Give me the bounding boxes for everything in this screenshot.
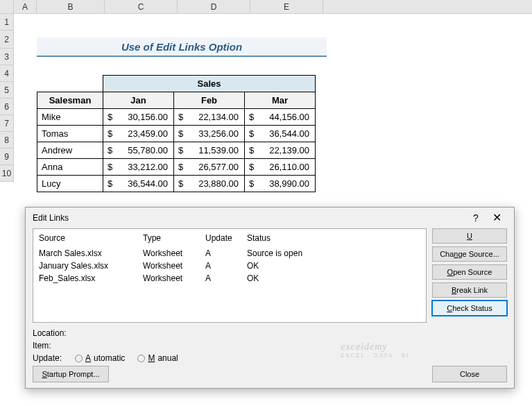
- row-header-8[interactable]: 8: [0, 132, 13, 149]
- update-values-button[interactable]: U: [432, 228, 507, 244]
- row-header-6[interactable]: 6: [0, 99, 13, 115]
- money-cell: $23,459.00: [103, 126, 174, 142]
- header-source[interactable]: Source: [39, 233, 143, 243]
- edit-links-dialog: Edit Links ? ✕ Source Type Update Status…: [25, 207, 515, 389]
- startup-prompt-button[interactable]: Startup Prompt...: [33, 366, 109, 382]
- row-headers: 1 2 3 4 5 6 7 8 9 10: [0, 14, 14, 182]
- list-item[interactable]: Feb_Sales.xlsx Worksheet A OK: [33, 272, 426, 285]
- money-cell: $11,539.00: [174, 142, 245, 159]
- row-header-5[interactable]: 5: [0, 82, 13, 99]
- change-source-button[interactable]: Change Source...: [432, 246, 507, 262]
- table-row: Tomas $23,459.00 $33,256.00 $36,544.00: [37, 126, 316, 142]
- row-header-3[interactable]: 3: [0, 49, 13, 65]
- dialog-button-stack: U Change Source... Open Source Break Lin…: [432, 228, 507, 323]
- money-cell: $36,544.00: [245, 126, 316, 142]
- watermark: exceldemy EXCEL · DATA · BI: [341, 341, 410, 359]
- col-header-b[interactable]: B: [37, 0, 105, 13]
- table-row: Andrew $55,780.00 $11,539.00 $22,139.00: [37, 142, 316, 159]
- select-all-corner[interactable]: [0, 0, 14, 13]
- sales-header: Sales: [103, 76, 316, 92]
- item-label: Item:: [33, 341, 71, 350]
- salesman-name: Mike: [37, 109, 103, 126]
- col-header-d[interactable]: D: [178, 0, 250, 13]
- table-row: Mike $30,156.00 $22,134.00 $44,156.00: [37, 109, 316, 126]
- row-header-4[interactable]: 4: [0, 65, 13, 82]
- salesman-name: Andrew: [37, 142, 103, 159]
- break-link-button[interactable]: Break Link: [432, 282, 507, 298]
- month-header-mar: Mar: [245, 92, 316, 109]
- column-headers: A B C D E: [0, 0, 532, 14]
- money-cell: $26,110.00: [245, 159, 316, 176]
- open-source-button[interactable]: Open Source: [432, 264, 507, 280]
- manual-radio[interactable]: Manual: [137, 353, 178, 363]
- location-label: Location:: [33, 328, 71, 338]
- row-header-9[interactable]: 9: [0, 149, 13, 165]
- update-label: Update:: [33, 353, 71, 363]
- salesman-name: Tomas: [37, 126, 103, 142]
- month-header-jan: Jan: [103, 92, 174, 109]
- row-header-2[interactable]: 2: [0, 31, 13, 49]
- money-cell: $36,544.00: [103, 176, 174, 192]
- salesman-name: Anna: [37, 159, 103, 176]
- empty-cell: [37, 76, 103, 92]
- radio-icon: [75, 355, 83, 362]
- close-icon[interactable]: ✕: [486, 208, 507, 228]
- money-cell: $23,880.00: [174, 176, 245, 192]
- links-list[interactable]: Source Type Update Status March Sales.xl…: [33, 228, 427, 323]
- table-row: Lucy $36,544.00 $23,880.00 $38,990.00: [37, 176, 316, 192]
- dialog-titlebar[interactable]: Edit Links ? ✕: [26, 208, 514, 228]
- list-headers: Source Type Update Status: [33, 232, 426, 247]
- col-header-e[interactable]: E: [250, 0, 323, 13]
- money-cell: $22,134.00: [174, 109, 245, 126]
- list-item[interactable]: January Sales.xlsx Worksheet A OK: [33, 260, 426, 272]
- radio-icon: [137, 355, 145, 362]
- money-cell: $44,156.00: [245, 109, 316, 126]
- money-cell: $26,577.00: [174, 159, 245, 176]
- header-update[interactable]: Update: [205, 233, 247, 243]
- list-item[interactable]: March Sales.xlsx Worksheet A Source is o…: [33, 247, 426, 260]
- dialog-lower-panel: Location: Item: Update: Automatic Manual: [26, 323, 514, 364]
- money-cell: $33,212.00: [103, 159, 174, 176]
- sales-table: Sales Salesman Jan Feb Mar Mike $30,156.…: [37, 75, 316, 192]
- money-cell: $55,780.00: [103, 142, 174, 159]
- check-status-button[interactable]: Check Status: [432, 301, 507, 316]
- col-header-a[interactable]: A: [14, 0, 37, 13]
- row-header-1[interactable]: 1: [0, 14, 13, 31]
- page-title: Use of Edit Links Option: [37, 37, 327, 57]
- money-cell: $30,156.00: [103, 109, 174, 126]
- money-cell: $22,139.00: [245, 142, 316, 159]
- header-type[interactable]: Type: [143, 233, 205, 243]
- dialog-title-text: Edit Links: [33, 208, 465, 228]
- table-row: Salesman Jan Feb Mar: [37, 92, 316, 109]
- table-row: Sales: [37, 76, 316, 92]
- money-cell: $38,990.00: [245, 176, 316, 192]
- salesman-header: Salesman: [37, 92, 103, 109]
- header-status[interactable]: Status: [247, 233, 420, 243]
- automatic-radio[interactable]: Automatic: [75, 353, 125, 363]
- month-header-feb: Feb: [174, 92, 245, 109]
- money-cell: $33,256.00: [174, 126, 245, 142]
- table-row: Anna $33,212.00 $26,577.00 $26,110.00: [37, 159, 316, 176]
- salesman-name: Lucy: [37, 176, 103, 192]
- row-header-10[interactable]: 10: [0, 165, 13, 182]
- help-icon[interactable]: ?: [465, 208, 486, 228]
- col-header-c[interactable]: C: [105, 0, 178, 13]
- spreadsheet-grid[interactable]: Use of Edit Links Option Sales Salesman …: [14, 14, 532, 182]
- close-button[interactable]: Close: [432, 366, 507, 382]
- row-header-7[interactable]: 7: [0, 115, 13, 132]
